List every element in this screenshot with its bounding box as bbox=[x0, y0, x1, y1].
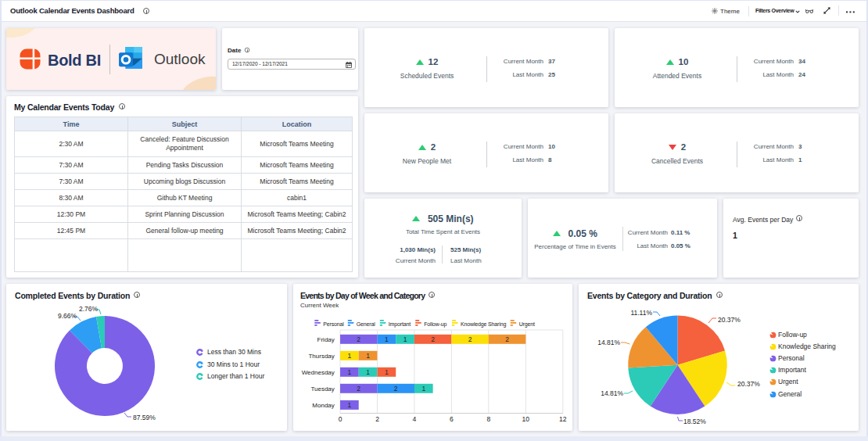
svg-text:10: 10 bbox=[522, 415, 530, 423]
svg-text:Important: Important bbox=[389, 321, 411, 328]
svg-text:Follow-up: Follow-up bbox=[424, 321, 447, 328]
svg-text:1: 1 bbox=[348, 401, 352, 409]
svg-text:1: 1 bbox=[421, 385, 425, 393]
svg-text:Wednesday: Wednesday bbox=[302, 369, 335, 376]
svg-text:2: 2 bbox=[505, 335, 509, 343]
svg-text:Knowledge Sharing: Knowledge Sharing bbox=[461, 321, 506, 328]
svg-text:Personal: Personal bbox=[323, 321, 344, 327]
svg-text:Urgent: Urgent bbox=[519, 321, 535, 328]
svg-text:Friday: Friday bbox=[317, 336, 335, 343]
svg-text:8: 8 bbox=[486, 415, 490, 423]
svg-text:2: 2 bbox=[468, 335, 472, 343]
svg-text:Thursday: Thursday bbox=[308, 353, 334, 360]
svg-text:12: 12 bbox=[559, 415, 567, 423]
svg-text:2: 2 bbox=[375, 415, 379, 423]
svg-text:1: 1 bbox=[366, 352, 370, 360]
svg-text:4: 4 bbox=[413, 415, 417, 423]
svg-text:1: 1 bbox=[404, 335, 407, 343]
svg-text:1: 1 bbox=[348, 368, 352, 376]
svg-text:Monday: Monday bbox=[312, 402, 334, 409]
svg-text:2: 2 bbox=[357, 385, 360, 393]
svg-text:General: General bbox=[357, 321, 375, 327]
svg-text:1: 1 bbox=[385, 335, 389, 343]
svg-text:6: 6 bbox=[450, 415, 454, 423]
svg-text:1: 1 bbox=[348, 352, 352, 360]
svg-text:2: 2 bbox=[394, 385, 398, 393]
svg-text:2: 2 bbox=[431, 335, 435, 343]
svg-text:1: 1 bbox=[385, 368, 389, 376]
svg-text:0: 0 bbox=[339, 415, 343, 423]
svg-text:Tuesday: Tuesday bbox=[310, 385, 334, 393]
svg-text:1: 1 bbox=[366, 368, 370, 376]
svg-text:2: 2 bbox=[357, 335, 360, 343]
